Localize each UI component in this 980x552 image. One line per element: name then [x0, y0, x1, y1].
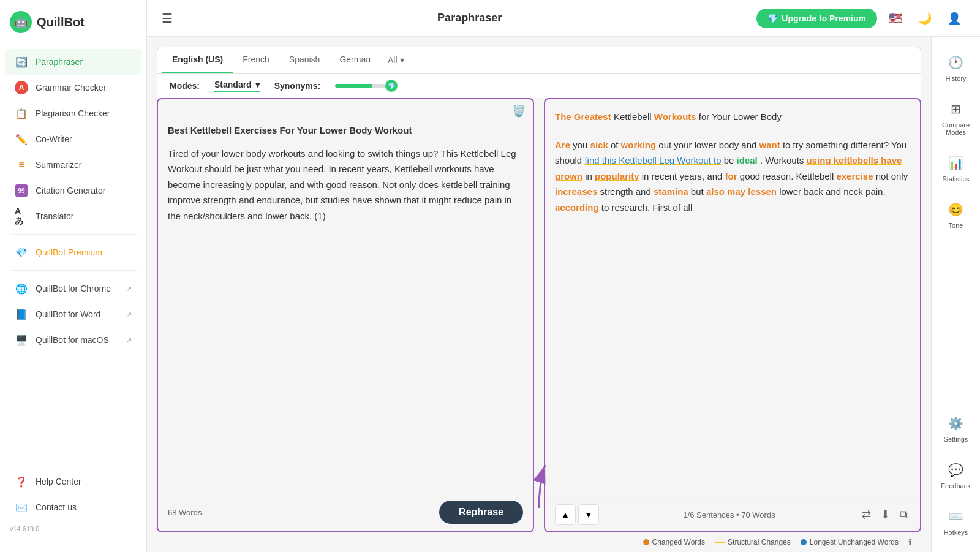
- input-text-area[interactable]: Best Kettlebell Exercises For Your Lower…: [158, 123, 533, 493]
- sidebar-nav: 🔄 Paraphraser A Grammar Checker 📋 Plagia…: [0, 44, 146, 552]
- sidebar-item-chrome[interactable]: 🌐 QuillBot for Chrome ↗: [5, 276, 141, 301]
- legend-info-button[interactable]: ℹ: [908, 537, 911, 547]
- sidebar-item-premium[interactable]: 💎 QuillBot Premium: [5, 240, 141, 265]
- sidebar-item-label: QuillBot Premium: [36, 248, 102, 257]
- tab-all[interactable]: All ▾: [380, 48, 412, 72]
- modes-select[interactable]: Standard ▾: [214, 80, 260, 92]
- sidebar-item-statistics[interactable]: 📊 Statistics: [935, 147, 978, 189]
- input-title: Best Kettlebell Exercises For Your Lower…: [168, 123, 523, 138]
- download-button[interactable]: ⬇: [878, 505, 892, 524]
- user-account-button[interactable]: 👤: [943, 7, 965, 29]
- dark-mode-button[interactable]: 🌙: [914, 7, 936, 29]
- output-word-exercise: exercise: [836, 171, 873, 181]
- upgrade-button[interactable]: 💎 Upgrade to Premium: [756, 9, 877, 28]
- sidebar-item-history[interactable]: 🕐 History: [935, 47, 978, 88]
- settings-icon: ⚙️: [946, 414, 966, 433]
- tab-spanish[interactable]: Spanish: [279, 47, 330, 73]
- output-word-according: according: [555, 202, 599, 213]
- unchanged-dot: [801, 539, 807, 545]
- sidebar-item-translator[interactable]: Aあ Translator: [5, 203, 141, 229]
- output-word-lower: lower back and neck pain,: [779, 186, 885, 197]
- word-icon: 📘: [15, 308, 28, 321]
- chrome-icon: 🌐: [15, 282, 28, 295]
- sidebar-item-label: Co-Writer: [36, 134, 72, 144]
- sidebar-item-summarizer[interactable]: ≡ Summarizer: [5, 152, 141, 178]
- sidebar-item-paraphraser[interactable]: 🔄 Paraphraser: [5, 49, 141, 75]
- external-link-icon: ↗: [126, 311, 132, 319]
- sidebar-logo[interactable]: 🤖 QuillBot: [0, 0, 146, 44]
- sidebar-item-help[interactable]: ❓ Help Center: [5, 469, 141, 494]
- sidebar-item-label: Translator: [36, 211, 74, 221]
- sidebar-item-cowriter[interactable]: ✏️ Co-Writer: [5, 126, 141, 152]
- all-label: All: [388, 55, 398, 65]
- compare-modes-icon: ⊞: [946, 99, 966, 119]
- feedback-icon: 💬: [946, 460, 966, 480]
- output-word-notonly: not only: [876, 171, 908, 181]
- changed-words-label: Changed Words: [652, 538, 706, 546]
- topbar: ☰ Paraphraser 💎 Upgrade to Premium 🇺🇸 🌙 …: [147, 0, 980, 37]
- help-icon: ❓: [15, 475, 28, 488]
- sidebar-item-feedback[interactable]: 💬 Feedback: [935, 454, 978, 496]
- sidebar-item-contact[interactable]: ✉️ Contact us: [5, 494, 141, 520]
- quillbot-logo-icon: 🤖: [10, 11, 32, 33]
- upgrade-label: Upgrade to Premium: [782, 13, 866, 23]
- output-actions: ⇄ ⬇ ⧉: [859, 505, 910, 524]
- sidebar-divider-1: [10, 234, 137, 235]
- sidebar-item-plagiarism[interactable]: 📋 Plagiarism Checker: [5, 100, 141, 126]
- main-area: ☰ Paraphraser 💎 Upgrade to Premium 🇺🇸 🌙 …: [147, 0, 980, 552]
- sidebar-item-label: Paraphraser: [36, 57, 83, 67]
- compare-button[interactable]: ⇄: [859, 505, 873, 524]
- tone-label: Tone: [949, 222, 963, 229]
- grammar-icon: A: [15, 81, 28, 94]
- rephrase-button[interactable]: Rephrase: [439, 501, 523, 524]
- output-word-want: want: [760, 140, 780, 150]
- nav-up-button[interactable]: ▲: [555, 504, 576, 525]
- history-icon: 🕐: [946, 53, 966, 72]
- output-word-ideal: ideal: [737, 155, 758, 165]
- external-link-icon: ↗: [126, 285, 132, 293]
- sidebar-item-label: QuillBot for Chrome: [36, 284, 111, 293]
- sidebar-item-label: Citation Generator: [36, 186, 105, 195]
- output-text-area: The Greatest Kettlebell Workouts for You…: [545, 99, 920, 497]
- sidebar-item-settings[interactable]: ⚙️ Settings: [935, 407, 978, 449]
- sidebar-item-compare[interactable]: ⊞ Compare Modes: [935, 93, 978, 142]
- output-word-out: out your lower body and: [658, 140, 759, 150]
- sidebar-item-hotkeys[interactable]: ⌨️ Hotkeys: [935, 501, 978, 542]
- right-sidebar: 🕐 History ⊞ Compare Modes 📊 Statistics 😊…: [931, 37, 980, 552]
- delete-button[interactable]: 🗑️: [512, 104, 526, 118]
- output-title-word2: Kettlebell: [614, 112, 654, 122]
- output-word-also: also may lessen: [706, 186, 777, 197]
- feedback-label: Feedback: [941, 482, 970, 490]
- sidebar-item-label: Summarizer: [36, 160, 81, 170]
- input-toolbar: 🗑️: [158, 99, 533, 123]
- menu-icon[interactable]: ☰: [162, 11, 173, 26]
- output-word-recent: in recent years, and: [642, 171, 725, 181]
- output-word-in: in: [585, 171, 595, 181]
- synonyms-label: Synonyms:: [274, 81, 320, 91]
- output-title-word3: Workouts: [654, 112, 696, 122]
- sidebar-item-grammar[interactable]: A Grammar Checker: [5, 75, 141, 100]
- tab-english[interactable]: English (US): [162, 47, 233, 73]
- settings-label: Settings: [944, 436, 968, 443]
- sidebar-item-citation[interactable]: 99 Citation Generator: [5, 178, 141, 203]
- editor-area: English (US) French Spanish German All ▾…: [147, 37, 931, 552]
- quillbot-logo-text: QuillBot: [37, 15, 85, 29]
- output-word-stamina: stamina: [654, 186, 688, 197]
- synonyms-slider[interactable]: 💎: [335, 84, 396, 88]
- nav-down-button[interactable]: ▼: [578, 504, 599, 525]
- sidebar-item-tone[interactable]: 😊 Tone: [935, 194, 978, 235]
- tab-german[interactable]: German: [330, 47, 380, 73]
- flag-icon-button[interactable]: 🇺🇸: [884, 7, 907, 29]
- output-title: The Greatest Kettlebell Workouts for You…: [555, 109, 910, 125]
- output-word-you: you: [573, 140, 590, 150]
- input-footer: 68 Words Rephrase: [158, 493, 533, 531]
- sidebar-item-word[interactable]: 📘 QuillBot for Word ↗: [5, 301, 141, 327]
- tab-french[interactable]: French: [233, 47, 279, 73]
- output-title-word4: for Your Lower Body: [699, 112, 782, 122]
- copy-button[interactable]: ⧉: [897, 506, 910, 524]
- modes-selected-value: Standard: [214, 80, 252, 89]
- output-footer: ▲ ▼ 1/6 Sentences • 70 Words ⇄ ⬇: [545, 497, 920, 531]
- structural-line: [715, 542, 725, 543]
- sidebar-item-macos[interactable]: 🖥️ QuillBot for macOS ↗: [5, 327, 141, 353]
- macos-icon: 🖥️: [15, 333, 28, 347]
